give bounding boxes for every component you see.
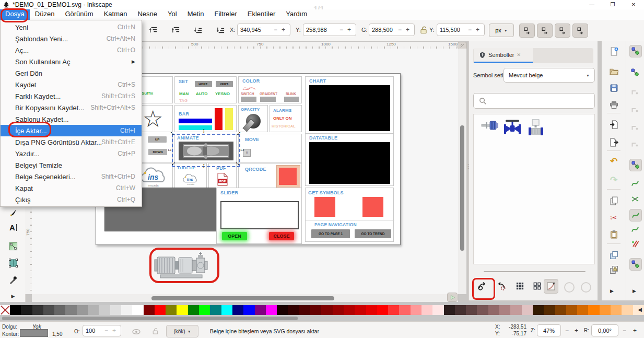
selection-handle-bottom-icon[interactable]: ↕ <box>202 162 205 169</box>
button-zoom-to-fit[interactable] <box>544 279 558 294</box>
palette-swatch[interactable] <box>21 305 32 315</box>
palette-swatch[interactable] <box>110 305 121 315</box>
palette-swatch[interactable] <box>455 305 466 315</box>
palette-swatch[interactable] <box>566 305 577 315</box>
palette-swatch[interactable] <box>544 305 555 315</box>
panel-qrcode[interactable]: QRCODE <box>238 163 302 189</box>
palette-swatch[interactable] <box>444 305 455 315</box>
horizontal-scrollbar-thumb[interactable] <box>151 296 334 300</box>
palette-swatch[interactable] <box>121 305 132 315</box>
close-valve-button[interactable]: CLOSE <box>269 232 294 240</box>
toggle-snap-bbox-edges[interactable] <box>629 86 641 97</box>
palette-swatch[interactable] <box>65 305 76 315</box>
go-to-trend-button[interactable]: GO TO TREND <box>355 229 391 238</box>
toggle-transform-stroke[interactable] <box>537 24 553 38</box>
panel-set[interactable]: SET HORZ. VERT. MAN AUTO YESNO TAG <box>174 76 237 103</box>
color-switch[interactable]: SWITCH <box>241 92 254 96</box>
menu-yol[interactable]: Yol <box>162 9 182 20</box>
palette-swatch[interactable] <box>522 305 533 315</box>
palette-swatch[interactable] <box>144 305 155 315</box>
palette-swatch[interactable] <box>243 305 254 315</box>
palette-swatch[interactable] <box>611 305 622 315</box>
palette-swatch[interactable] <box>221 305 232 315</box>
layer-lock-icon[interactable] <box>150 326 160 335</box>
button-lower-to-bottom[interactable] <box>216 25 225 34</box>
vertical-scrollbar-thumb[interactable] <box>460 125 464 251</box>
height-spinbox[interactable]: 115,500 − + <box>437 24 485 36</box>
minimize-button[interactable]: — <box>581 0 602 9</box>
palette-swatch[interactable] <box>499 305 510 315</box>
no-color-swatch[interactable] <box>0 305 10 315</box>
tool-mesh-gradient-tool[interactable] <box>7 257 19 269</box>
opacity-decrement-button[interactable]: − <box>102 327 110 334</box>
color-blink-swatch[interactable] <box>284 97 299 102</box>
menu-eklentiler[interactable]: Eklentiler <box>242 9 280 20</box>
toggle-snap-paths[interactable] <box>629 178 641 189</box>
palette-swatch[interactable] <box>344 305 355 315</box>
button-display-dense-grid[interactable] <box>513 279 526 293</box>
button-symbol-to-object[interactable] <box>494 279 508 293</box>
menu-item-yeni[interactable]: YeniCtrl+N <box>1 21 142 33</box>
height-increment-button[interactable]: + <box>474 26 482 33</box>
palette-swatch[interactable] <box>166 305 177 315</box>
palette-swatch[interactable] <box>321 305 332 315</box>
panel-color[interactable]: COLOR SWITCH GRAIDENT BLINK <box>238 76 302 103</box>
palette-swatch[interactable] <box>555 305 566 315</box>
palette-scroll-arrow-icon[interactable]: ◀ <box>638 307 642 312</box>
go-to-page1-button[interactable]: GO TO PAGE 1 <box>311 229 350 238</box>
button-save-document[interactable] <box>608 83 619 93</box>
set-auto[interactable]: AUTO <box>196 91 208 96</box>
button-paste[interactable] <box>608 229 619 239</box>
down-button[interactable]: DOWN <box>148 149 167 155</box>
palette-swatch[interactable] <box>577 305 588 315</box>
button-raise[interactable] <box>171 25 180 34</box>
y-value[interactable]: 258,988 <box>306 27 337 33</box>
palette-swatch[interactable] <box>622 305 633 315</box>
palette-swatch[interactable] <box>377 305 388 315</box>
stroke-width-value[interactable]: 1,50 <box>52 331 62 337</box>
toggle-snap-others[interactable] <box>629 258 642 271</box>
panel-chart[interactable]: CHART <box>305 76 394 134</box>
set-horz-button[interactable]: HORZ. <box>195 81 212 87</box>
panel-datatable[interactable]: DATATABLE <box>305 134 394 186</box>
palette-swatch[interactable] <box>510 305 521 315</box>
button-cut[interactable]: ✂ <box>608 212 619 223</box>
palette-swatch[interactable] <box>488 305 499 315</box>
palette-swatch[interactable] <box>277 305 288 315</box>
toggle-snap-smooth-nodes[interactable] <box>629 224 641 235</box>
menu-yardım[interactable]: Yardım <box>280 9 312 20</box>
button-open-document[interactable] <box>608 66 619 76</box>
set-vert-button[interactable]: VERT. <box>216 81 233 87</box>
palette-swatch[interactable] <box>77 305 88 315</box>
menu-item-son-kullanılanı-aç[interactable]: Son Kullanılanı Aç▶ <box>1 56 142 67</box>
toggle-snap-path-intersections[interactable] <box>629 193 641 205</box>
current-layer-dropdown[interactable]: (kök) ▼ <box>166 325 198 337</box>
width-increment-button[interactable]: + <box>404 26 412 33</box>
palette-swatch[interactable] <box>588 305 599 315</box>
button-unused-toggle-2[interactable] <box>581 282 591 293</box>
opacity-spinbox[interactable]: 100 − + <box>83 325 121 336</box>
symbol-slot-1[interactable] <box>314 197 335 217</box>
palette-swatch[interactable] <box>32 305 43 315</box>
selection-handle-left-icon[interactable]: ↔ <box>167 146 173 152</box>
menu-item-belgeyi-temizle[interactable]: Belgeyi Temizle <box>1 159 142 171</box>
menu-item-bir-kopyasını-kaydet-[interactable]: Bir Kopyasını Kaydet...Shift+Ctrl+Alt+S <box>1 102 142 113</box>
palette-swatch[interactable] <box>255 305 266 315</box>
palette-swatch[interactable] <box>43 305 54 315</box>
palette-swatch[interactable] <box>132 305 143 315</box>
x-spinbox[interactable]: 340,945 − + <box>237 24 290 36</box>
x-increment-button[interactable]: + <box>279 26 287 33</box>
up-button[interactable]: UP <box>148 136 167 143</box>
panel-slider[interactable]: SLIDER OPEN CLOSE <box>216 188 302 244</box>
button-copy[interactable] <box>608 195 619 206</box>
selection-handle-right-icon[interactable]: ↔ <box>239 146 245 152</box>
lock-ratio-icon[interactable] <box>419 25 428 34</box>
toggle-snap-bbox-edge-midpoints[interactable] <box>629 121 641 133</box>
palette-swatch[interactable] <box>533 305 544 315</box>
palette-swatch[interactable] <box>188 305 199 315</box>
width-spinbox[interactable]: 288,500 − + <box>369 24 415 36</box>
palette-swatch[interactable] <box>288 305 299 315</box>
pdf-file-icon[interactable]: PDF <box>217 172 228 187</box>
close-button[interactable]: ✕ <box>623 0 644 9</box>
button-new-document[interactable] <box>608 46 619 56</box>
